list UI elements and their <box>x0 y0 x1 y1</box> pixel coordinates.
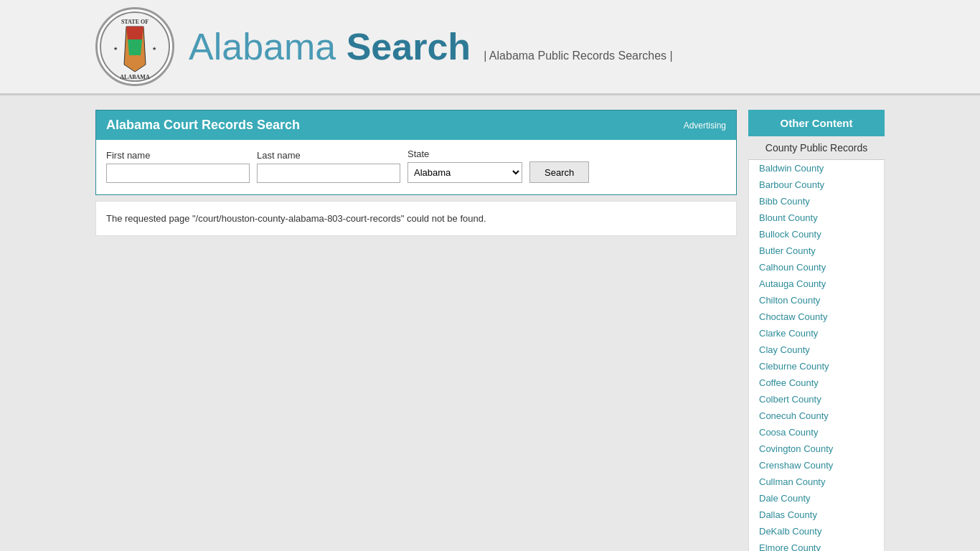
county-link[interactable]: Autauga County <box>749 276 884 292</box>
list-item: Covington County <box>749 441 884 457</box>
site-logo: STATE OF ALABAMA ★ ★ <box>95 7 174 86</box>
county-list: Baldwin CountyBarbour CountyBibb CountyB… <box>748 160 885 551</box>
sidebar: Other Content County Public Records Bald… <box>748 110 885 551</box>
list-item: Autauga County <box>749 276 884 292</box>
svg-text:STATE OF: STATE OF <box>121 19 149 25</box>
county-link[interactable]: Bullock County <box>749 226 884 242</box>
list-item: Colbert County <box>749 391 884 408</box>
list-item: Dale County <box>749 490 884 507</box>
last-name-input[interactable] <box>257 164 400 183</box>
county-link[interactable]: Bibb County <box>749 193 884 209</box>
svg-text:★: ★ <box>152 46 156 51</box>
county-link[interactable]: Conecuh County <box>749 408 884 424</box>
list-item: DeKalb County <box>749 523 884 540</box>
site-title: Alabama Search <box>189 25 471 68</box>
list-item: Butler County <box>749 242 884 259</box>
site-header: STATE OF ALABAMA ★ ★ Alabama Search | Al… <box>0 0 980 95</box>
sidebar-header: Other Content <box>748 110 885 136</box>
state-select[interactable]: AlabamaAlaskaArizonaArkansasCaliforniaCo… <box>407 162 522 183</box>
search-form-title: Alabama Court Records Search <box>106 118 300 133</box>
list-item: Coosa County <box>749 424 884 441</box>
county-records-header: County Public Records <box>748 136 885 160</box>
search-button[interactable]: Search <box>529 161 589 183</box>
county-link[interactable]: Clarke County <box>749 325 884 342</box>
list-item: Elmore County <box>749 540 884 551</box>
county-link[interactable]: Chilton County <box>749 292 884 309</box>
list-item: Barbour County <box>749 176 884 193</box>
county-link[interactable]: Blount County <box>749 209 884 226</box>
county-link[interactable]: DeKalb County <box>749 523 884 540</box>
list-item: Chilton County <box>749 292 884 309</box>
error-message-box: The requested page "/court/houston-count… <box>95 201 737 236</box>
list-item: Choctaw County <box>749 309 884 325</box>
first-name-label: First name <box>106 150 250 161</box>
list-item: Blount County <box>749 209 884 226</box>
list-item: Clay County <box>749 342 884 358</box>
county-link[interactable]: Covington County <box>749 441 884 457</box>
svg-marker-3 <box>126 27 143 39</box>
svg-text:★: ★ <box>113 46 118 51</box>
list-item: Baldwin County <box>749 160 884 176</box>
county-link[interactable]: Choctaw County <box>749 309 884 325</box>
search-form-container: Alabama Court Records Search Advertising… <box>95 110 737 195</box>
list-item: Crenshaw County <box>749 457 884 474</box>
county-link[interactable]: Coffee County <box>749 375 884 391</box>
county-link[interactable]: Clay County <box>749 342 884 358</box>
county-link[interactable]: Elmore County <box>749 540 884 551</box>
county-link[interactable]: Cullman County <box>749 474 884 490</box>
county-link[interactable]: Colbert County <box>749 391 884 408</box>
advertising-label: Advertising <box>684 121 726 131</box>
county-link[interactable]: Butler County <box>749 242 884 259</box>
list-item: Bullock County <box>749 226 884 242</box>
svg-marker-4 <box>128 39 142 55</box>
list-item: Calhoun County <box>749 259 884 276</box>
county-link[interactable]: Dallas County <box>749 507 884 523</box>
site-subtitle: | Alabama Public Records Searches | <box>484 50 673 62</box>
last-name-label: Last name <box>257 150 400 161</box>
main-content: Alabama Court Records Search Advertising… <box>95 110 737 236</box>
list-item: Cleburne County <box>749 358 884 375</box>
list-item: Dallas County <box>749 507 884 523</box>
county-link[interactable]: Dale County <box>749 490 884 507</box>
error-text: The requested page "/court/houston-count… <box>106 213 726 224</box>
svg-text:ALABAMA: ALABAMA <box>120 74 150 80</box>
county-link[interactable]: Coosa County <box>749 424 884 441</box>
list-item: Clarke County <box>749 325 884 342</box>
county-link[interactable]: Baldwin County <box>749 160 884 176</box>
list-item: Cullman County <box>749 474 884 490</box>
list-item: Coffee County <box>749 375 884 391</box>
county-link[interactable]: Crenshaw County <box>749 457 884 474</box>
county-link[interactable]: Calhoun County <box>749 259 884 276</box>
list-item: Bibb County <box>749 193 884 209</box>
county-link[interactable]: Cleburne County <box>749 358 884 375</box>
list-item: Conecuh County <box>749 408 884 424</box>
state-label: State <box>407 149 522 159</box>
first-name-input[interactable] <box>106 164 250 183</box>
county-link[interactable]: Barbour County <box>749 176 884 193</box>
